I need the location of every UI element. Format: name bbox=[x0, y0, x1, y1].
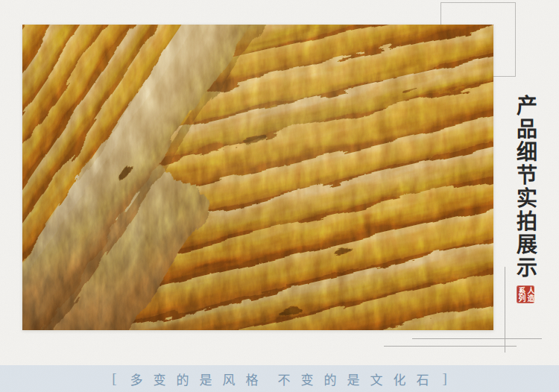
decor-horizontal-line-1 bbox=[412, 338, 542, 339]
slogan-band: [ 多变的是风格 不变的是文化石 ] bbox=[0, 365, 559, 392]
series-seal: 人造系列 bbox=[517, 285, 534, 303]
slogan-part-1: 多变的是风格 bbox=[130, 370, 269, 388]
bracket-right: ] bbox=[443, 370, 447, 387]
page: 产品细节实拍展示 人造系列 [ 多变的是风格 不变的是文化石 ] bbox=[0, 0, 559, 392]
decor-horizontal-line-2 bbox=[384, 346, 517, 347]
product-photo bbox=[22, 25, 493, 330]
bracket-left: [ bbox=[112, 370, 116, 387]
stone-texture-image bbox=[22, 25, 493, 330]
slogan-part-2: 不变的是文化石 bbox=[278, 370, 440, 388]
side-title: 产品细节实拍展示 bbox=[513, 95, 537, 279]
stone-grain-dark bbox=[22, 25, 493, 330]
decor-vertical-line bbox=[505, 267, 505, 353]
